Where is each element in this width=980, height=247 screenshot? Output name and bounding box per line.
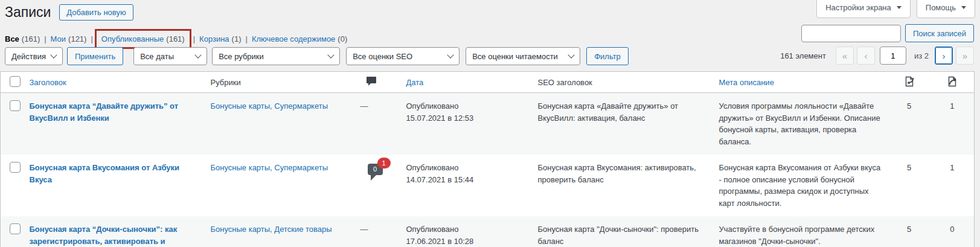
column-title-sort[interactable]: Заголовок [30,78,66,87]
categories-filter-select[interactable]: Все рубрики [212,47,340,65]
no-comments-dash: — [360,225,368,234]
last-page-button[interactable]: » [956,47,974,65]
view-trash-link[interactable]: Корзина(1) [199,34,241,43]
chevron-down-icon [568,51,575,58]
post-status: Опубликовано [406,100,528,112]
post-title-link[interactable]: Бонусная карта “Давайте дружить” от Вкус… [30,101,179,123]
select-all-checkbox[interactable] [10,76,21,87]
chevron-down-icon [50,51,57,58]
row-checkbox[interactable] [10,100,21,111]
post-categories-links[interactable]: Бонусные карты, Супермаркеты [211,163,328,172]
row-checkbox[interactable] [10,223,21,234]
toolbar-area: Настройки экрана Помощь Записи Добавить … [0,0,980,71]
post-date: 17.06.2021 в 10:28 [406,236,528,247]
bubble-tail [371,175,377,181]
post-title-link[interactable]: Бонусная карта Вкусомания от Азбуки Вкус… [30,163,180,184]
incoming-links-count: 5 [907,163,911,172]
red-annotation-box: Опубликованные(161) [95,29,191,49]
comments-bubble-icon[interactable] [367,77,376,86]
row-checkbox[interactable] [10,162,21,173]
chevron-down-icon [961,6,966,9]
chevron-down-icon [447,51,454,58]
post-categories-links[interactable]: Бонусные карты, Детские товары [211,225,332,234]
posts-table: Заголовок Рубрики Дата SEO заголовок Мет… [0,71,975,247]
dates-filter-select[interactable]: Все даты [133,47,207,65]
total-pages-label: из 2 [914,51,929,60]
chevron-down-icon [328,51,335,58]
view-trash: Корзина(1) [199,34,252,43]
pagination: 161 элемент « ‹ из 2 › » [780,47,974,65]
chevron-down-icon [195,51,202,58]
incoming-links-count: 5 [907,225,911,234]
post-date: 15.07.2021 в 12:53 [406,112,528,124]
add-new-post-button[interactable]: Добавить новую [59,4,133,21]
post-seo-title: Бонусная карта «Давайте дружить» от Вкус… [538,101,679,123]
column-meta-description-sort[interactable]: Мета описание [719,78,774,87]
bulk-actions-select[interactable]: Действия [5,47,63,65]
incoming-links-count: 5 [907,101,911,111]
view-published-link[interactable]: Опубликованные(161) [101,34,185,43]
outgoing-links-count: 1 [950,101,954,111]
post-status: Опубликовано [406,223,528,236]
view-cornerstone-link[interactable]: Ключевое содержимое(0) [252,34,347,43]
post-meta-description: Участвуйте в бонусной программе детских … [719,225,875,247]
help-button[interactable]: Помощь [917,0,975,18]
page-title: Записи [5,4,51,21]
post-meta-description: Условия программы лояльности «Давайте др… [719,101,880,146]
column-categories: Рубрики [211,78,241,87]
view-mine-link[interactable]: Мои(121) [51,34,87,43]
first-page-button[interactable]: « [836,47,854,65]
view-all: Все(161) [5,34,51,43]
outgoing-links-count: 1 [950,163,954,172]
post-seo-title: Бонусная карта Вкусомания: активировать,… [538,163,696,184]
title-row: Записи Добавить новую [5,4,133,21]
current-page-input[interactable] [880,47,906,65]
seo-scores-filter-select[interactable]: Все оценки SEO [346,47,460,65]
post-date: 14.07.2021 в 15:44 [406,174,528,186]
table-row: Бонусная карта “Давайте дружить” от Вкус… [1,93,975,155]
pending-comments-badge[interactable]: 1 [377,158,391,168]
post-views-list: Все(161) Мои(121) Опубликованные(161) Ко… [5,33,347,45]
search-posts-button[interactable]: Поиск записей [905,24,974,42]
prev-page-button[interactable]: ‹ [857,47,875,65]
search-box: Поиск записей [801,24,974,42]
screen-meta: Настройки экрана Помощь [816,0,975,18]
apply-button[interactable]: Применить [67,47,123,65]
column-seo-title: SEO заголовок [538,78,592,87]
post-status: Опубликовано [406,162,528,174]
comments-count-bubble[interactable]: 0 1 [368,164,383,175]
column-date-sort[interactable]: Дата [406,78,424,87]
screen-options-label: Настройки экрана [825,3,891,12]
incoming-internal-links-icon [903,75,915,88]
table-row: Бонусная карта Вкусомания от Азбуки Вкус… [1,155,975,216]
post-meta-description: Бонусная карта Вкусомания от Азбуки вкус… [719,163,881,208]
bulk-actions-row: Действия Применить Все даты Все рубрики … [5,47,629,65]
next-page-button[interactable]: › [935,47,953,65]
help-label: Помощь [926,3,956,12]
outgoing-links-count: 0 [950,225,954,234]
table-row: Бонусная карта “Дочки-сыночки”: как заре… [1,216,975,247]
view-published: Опубликованные(161) [97,33,199,45]
view-all-link[interactable]: Все(161) [5,34,40,43]
readability-filter-select[interactable]: Все оценки читаемости [466,47,580,65]
post-title-link[interactable]: Бонусная карта “Дочки-сыночки”: как заре… [30,225,178,247]
outgoing-internal-links-icon [946,75,958,88]
screen-options-button[interactable]: Настройки экрана [816,0,911,18]
filter-button[interactable]: Фильтр [586,47,629,65]
table-header-row: Заголовок Рубрики Дата SEO заголовок Мет… [1,72,975,93]
post-seo-title: Бонусная карта "Дочки-сыночки": проверит… [538,225,699,246]
post-categories-links[interactable]: Бонусные карты, Супермаркеты [211,101,328,111]
view-mine: Мои(121) [51,34,97,43]
search-input[interactable] [801,25,901,42]
no-comments-dash: — [360,101,368,111]
items-total: 161 элемент [780,51,826,60]
view-cornerstone: Ключевое содержимое(0) [252,34,347,43]
chevron-down-icon [897,6,902,9]
